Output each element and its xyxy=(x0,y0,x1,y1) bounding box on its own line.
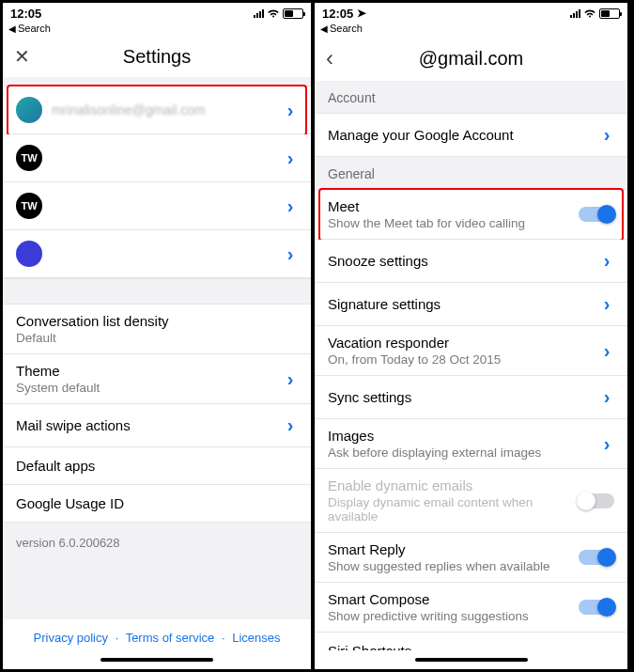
wifi-icon xyxy=(583,8,596,19)
default-apps-row[interactable]: Default apps xyxy=(3,447,311,485)
signal-icon xyxy=(254,9,264,18)
terms-link[interactable]: Terms of service xyxy=(126,631,215,645)
account-row-2[interactable]: TW › xyxy=(3,182,311,230)
back-label: Search xyxy=(330,23,363,34)
battery-icon xyxy=(283,8,303,19)
status-bar: 12:05 ➤ xyxy=(315,3,627,22)
footer-links: Privacy policy · Terms of service · Lice… xyxy=(3,619,311,650)
vacation-row[interactable]: Vacation responder On, from Today to 28 … xyxy=(315,326,627,376)
mail-swipe-row[interactable]: Mail swipe actions › xyxy=(3,404,311,447)
avatar: TW xyxy=(16,145,42,171)
avatar: TW xyxy=(16,193,42,219)
location-icon: ➤ xyxy=(357,7,366,20)
page-title: Settings xyxy=(3,46,311,68)
meet-toggle[interactable] xyxy=(579,207,614,222)
status-bar: 12:05 xyxy=(3,3,311,22)
images-row[interactable]: Images Ask before displaying external im… xyxy=(315,419,627,469)
licenses-link[interactable]: Licenses xyxy=(232,631,280,645)
account-row-3[interactable]: › xyxy=(3,230,311,278)
back-to-search[interactable]: ◀ Search xyxy=(315,22,627,38)
manage-account-row[interactable]: Manage your Google Account › xyxy=(315,114,627,157)
chevron-right-icon: › xyxy=(599,124,614,146)
chevron-right-icon: › xyxy=(283,414,298,436)
settings-screen: 12:05 ◀ Search ✕ Settings mrinalisonline… xyxy=(3,3,315,669)
snooze-row[interactable]: Snooze settings › xyxy=(315,240,627,283)
theme-row[interactable]: Theme System default › xyxy=(3,354,311,404)
back-icon[interactable]: ‹ xyxy=(326,47,333,70)
account-settings-screen: 12:05 ➤ ◀ Search ‹ @gmail.com Account Ma… xyxy=(315,3,627,669)
chevron-right-icon: › xyxy=(283,368,298,390)
status-time: 12:05 xyxy=(10,7,41,21)
chevron-right-icon: › xyxy=(599,293,614,315)
chevron-right-icon: › xyxy=(599,250,614,272)
wifi-icon xyxy=(267,8,280,19)
dynamic-emails-row: Enable dynamic emails Display dynamic em… xyxy=(315,469,627,533)
page-title: @gmail.com xyxy=(315,48,627,70)
dynamic-toggle xyxy=(579,493,614,508)
back-triangle-icon: ◀ xyxy=(320,23,328,34)
home-indicator xyxy=(3,650,311,669)
account-row-0[interactable]: mrinalisonline@gmail.com › xyxy=(3,86,311,134)
smart-reply-row[interactable]: Smart Reply Show suggested replies when … xyxy=(315,533,627,583)
home-indicator xyxy=(315,650,627,669)
back-triangle-icon: ◀ xyxy=(8,23,16,34)
section-account: Account xyxy=(315,81,627,114)
avatar xyxy=(16,241,42,267)
section-general: General xyxy=(315,157,627,190)
chevron-right-icon: › xyxy=(283,148,298,169)
signal-icon xyxy=(570,9,580,18)
header: ‹ @gmail.com xyxy=(315,38,627,81)
header: ✕ Settings xyxy=(3,38,311,77)
avatar xyxy=(16,97,42,123)
conversation-density-row[interactable]: Conversation list density Default xyxy=(3,305,311,354)
chevron-right-icon: › xyxy=(283,195,298,217)
smart-compose-toggle[interactable] xyxy=(579,600,614,615)
signature-row[interactable]: Signature settings › xyxy=(315,283,627,326)
status-time: 12:05 xyxy=(322,7,353,21)
chevron-right-icon: › xyxy=(283,100,298,121)
close-icon[interactable]: ✕ xyxy=(14,47,30,66)
chevron-right-icon: › xyxy=(599,340,614,362)
chevron-right-icon: › xyxy=(283,243,298,265)
chevron-right-icon: › xyxy=(599,433,614,455)
meet-row[interactable]: Meet Show the Meet tab for video calling xyxy=(315,190,627,240)
version-label: version 6.0.200628 xyxy=(3,523,311,619)
account-email: mrinalisonline@gmail.com xyxy=(52,102,273,117)
back-label: Search xyxy=(18,23,51,34)
smart-reply-toggle[interactable] xyxy=(579,550,614,565)
chevron-right-icon: › xyxy=(599,386,614,408)
account-row-1[interactable]: TW › xyxy=(3,134,311,182)
usage-id-row[interactable]: Google Usage ID xyxy=(3,485,311,523)
battery-icon xyxy=(599,8,620,19)
smart-compose-row[interactable]: Smart Compose Show predictive writing su… xyxy=(315,583,627,633)
privacy-link[interactable]: Privacy policy xyxy=(34,631,108,645)
sync-row[interactable]: Sync settings › xyxy=(315,376,627,419)
back-to-search[interactable]: ◀ Search xyxy=(3,22,311,38)
